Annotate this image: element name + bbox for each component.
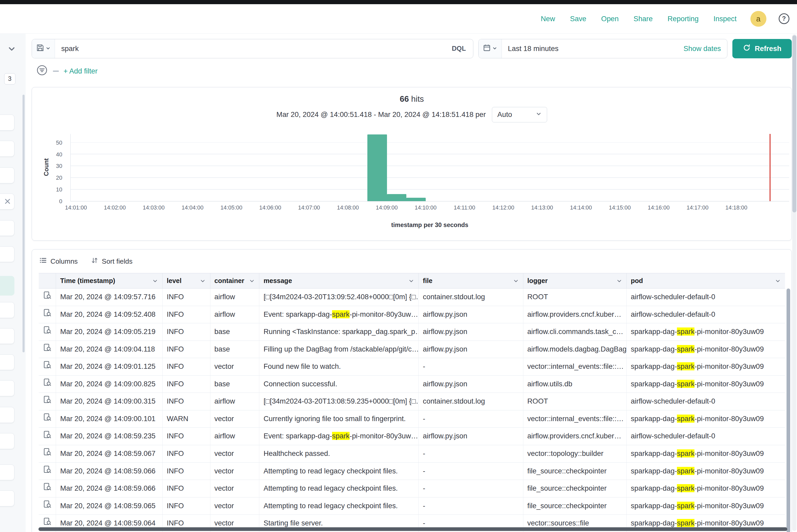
add-filter-button[interactable]: + Add filter bbox=[63, 67, 98, 75]
column-menu-caret-icon[interactable] bbox=[775, 278, 781, 284]
interval-select[interactable]: Auto bbox=[492, 107, 547, 122]
cell-level: INFO bbox=[163, 323, 210, 341]
page-scrollbar-thumb[interactable] bbox=[792, 35, 796, 212]
cell-logger: vector::internal_events::file::… bbox=[523, 358, 627, 375]
field-card-partial[interactable] bbox=[0, 407, 14, 423]
cell-file: airflow.py.json bbox=[419, 376, 523, 393]
cell-logger: file_source::checkpointer bbox=[523, 463, 627, 480]
column-header-container[interactable]: container bbox=[210, 273, 260, 288]
field-card-partial[interactable] bbox=[0, 328, 14, 344]
expand-document-button[interactable] bbox=[39, 497, 56, 515]
expand-document-button[interactable] bbox=[39, 306, 56, 323]
columns-button[interactable]: Columns bbox=[39, 256, 78, 266]
sort-fields-label: Sort fields bbox=[102, 258, 132, 265]
expand-document-button[interactable] bbox=[39, 445, 56, 462]
columns-label: Columns bbox=[51, 258, 78, 265]
field-card-partial[interactable] bbox=[0, 246, 14, 262]
field-card-partial[interactable] bbox=[0, 115, 14, 131]
cell-message: Found new file to watch. bbox=[259, 358, 419, 375]
field-card-partial[interactable] bbox=[0, 302, 14, 318]
query-language-button[interactable]: DQL bbox=[445, 39, 473, 58]
nav-share[interactable]: Share bbox=[633, 15, 652, 23]
column-header-time-timestamp[interactable]: Time (timestamp) bbox=[56, 273, 163, 288]
field-card-partial[interactable] bbox=[0, 355, 14, 370]
nav-save[interactable]: Save bbox=[570, 15, 586, 23]
expand-document-button[interactable] bbox=[39, 393, 56, 410]
table-scrollbar[interactable] bbox=[786, 288, 790, 532]
refresh-button[interactable]: Refresh bbox=[733, 39, 792, 58]
date-quick-menu-button[interactable] bbox=[479, 39, 502, 58]
expand-document-button[interactable] bbox=[39, 480, 56, 497]
saved-query-menu-button[interactable] bbox=[32, 39, 55, 58]
nav-open[interactable]: Open bbox=[601, 15, 619, 23]
field-card-partial[interactable] bbox=[0, 464, 14, 480]
column-header-file[interactable]: file bbox=[419, 273, 523, 288]
field-card-partial[interactable] bbox=[0, 490, 14, 506]
cell-message: Currently ignoring file too small to fin… bbox=[259, 411, 419, 428]
histogram-bar[interactable] bbox=[387, 194, 406, 201]
search-highlight: spark bbox=[677, 484, 694, 492]
histogram-bar[interactable] bbox=[406, 198, 426, 201]
sidebar-scrollbar[interactable] bbox=[22, 95, 24, 352]
expand-document-button[interactable] bbox=[39, 428, 56, 445]
column-header-label: logger bbox=[527, 277, 548, 285]
expand-document-button[interactable] bbox=[39, 411, 56, 428]
page-scrollbar[interactable] bbox=[792, 34, 796, 531]
sidebar-selected-item-partial bbox=[0, 276, 14, 295]
search-highlight: spark bbox=[677, 345, 694, 353]
field-card-partial[interactable] bbox=[0, 193, 14, 209]
expand-document-button[interactable] bbox=[39, 288, 56, 306]
cell-pod: sparkapp-dag-spark-pi-monitor-80y3uw09 bbox=[627, 341, 785, 358]
results-table: Time (timestamp)levelcontainermessagefil… bbox=[39, 273, 785, 532]
sidebar-toggle-button[interactable] bbox=[5, 43, 19, 56]
column-header-level[interactable]: level bbox=[163, 273, 210, 288]
cell-pod: sparkapp-dag-spark-pi-monitor-80y3uw09 bbox=[627, 445, 785, 462]
cell-message: Attempting to read legacy checkpoint fil… bbox=[259, 463, 419, 480]
search-highlight: spark bbox=[677, 380, 694, 388]
horizontal-scrollbar[interactable] bbox=[38, 527, 787, 531]
nav-inspect[interactable]: Inspect bbox=[713, 15, 737, 23]
column-menu-caret-icon[interactable] bbox=[249, 278, 255, 284]
histogram-bar[interactable] bbox=[367, 134, 387, 201]
cell-file: airflow.py.json bbox=[419, 341, 523, 358]
field-card-partial[interactable] bbox=[0, 220, 14, 236]
expand-document-button[interactable] bbox=[39, 463, 56, 480]
filter-icon[interactable] bbox=[36, 64, 48, 78]
column-header-pod[interactable]: pod bbox=[627, 273, 785, 288]
field-card-partial[interactable] bbox=[0, 141, 14, 157]
cell-logger: airflow.utils.db bbox=[523, 376, 627, 393]
column-menu-caret-icon[interactable] bbox=[513, 278, 519, 284]
search-input[interactable] bbox=[55, 39, 445, 58]
column-menu-caret-icon[interactable] bbox=[152, 278, 158, 284]
histogram-panel: 66 hits Mar 20, 2024 @ 14:00:51.418 - Ma… bbox=[32, 87, 792, 241]
avatar[interactable]: a bbox=[750, 11, 766, 27]
interval-value: Auto bbox=[497, 110, 512, 119]
gridline bbox=[71, 166, 789, 166]
sort-fields-button[interactable]: Sort fields bbox=[91, 257, 133, 266]
search-highlight: spark bbox=[677, 502, 694, 510]
close-icon[interactable] bbox=[5, 197, 10, 206]
time-range-value[interactable]: Last 18 minutes bbox=[502, 39, 678, 58]
cell-file: airflow.py.json bbox=[419, 323, 523, 341]
column-header-logger[interactable]: logger bbox=[523, 273, 627, 288]
column-menu-caret-icon[interactable] bbox=[200, 278, 206, 284]
expand-document-button[interactable] bbox=[39, 341, 56, 358]
expand-document-button[interactable] bbox=[39, 323, 56, 341]
column-menu-caret-icon[interactable] bbox=[616, 278, 622, 284]
date-picker: Last 18 minutes Show dates bbox=[478, 39, 727, 58]
expand-document-button[interactable] bbox=[39, 358, 56, 375]
cell-message: [□[34m2024-03-20T13:09:52.408+0000□[0m] … bbox=[259, 288, 419, 306]
search-highlight: spark bbox=[677, 327, 694, 336]
field-card-partial[interactable] bbox=[0, 167, 14, 183]
expand-document-button[interactable] bbox=[39, 376, 56, 393]
show-dates-button[interactable]: Show dates bbox=[678, 39, 727, 58]
help-icon[interactable]: ? bbox=[779, 13, 790, 24]
column-header-message[interactable]: message bbox=[259, 273, 419, 288]
hits-count: 66 bbox=[400, 94, 409, 103]
nav-reporting[interactable]: Reporting bbox=[667, 15, 699, 23]
field-card-partial[interactable] bbox=[0, 433, 14, 449]
cell-level: INFO bbox=[163, 445, 210, 462]
field-card-partial[interactable] bbox=[0, 380, 14, 396]
nav-new[interactable]: New bbox=[541, 15, 555, 23]
column-menu-caret-icon[interactable] bbox=[408, 278, 414, 284]
